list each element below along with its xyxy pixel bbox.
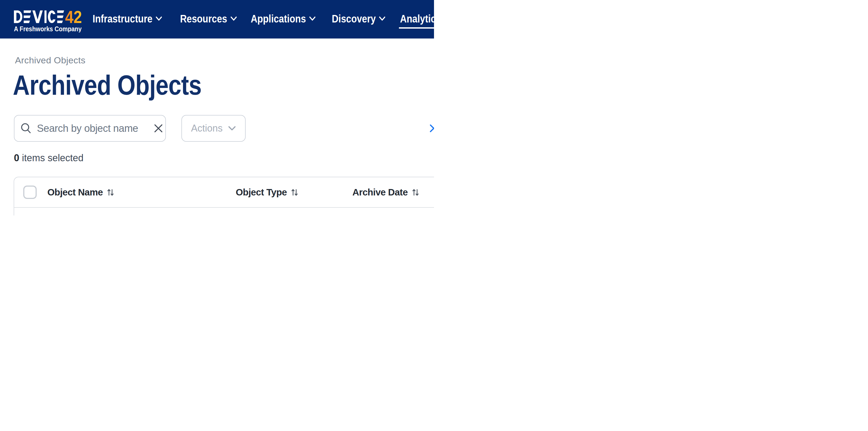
svg-text:42: 42 bbox=[65, 10, 82, 27]
svg-text:A Freshworks Company: A Freshworks Company bbox=[14, 25, 82, 32]
